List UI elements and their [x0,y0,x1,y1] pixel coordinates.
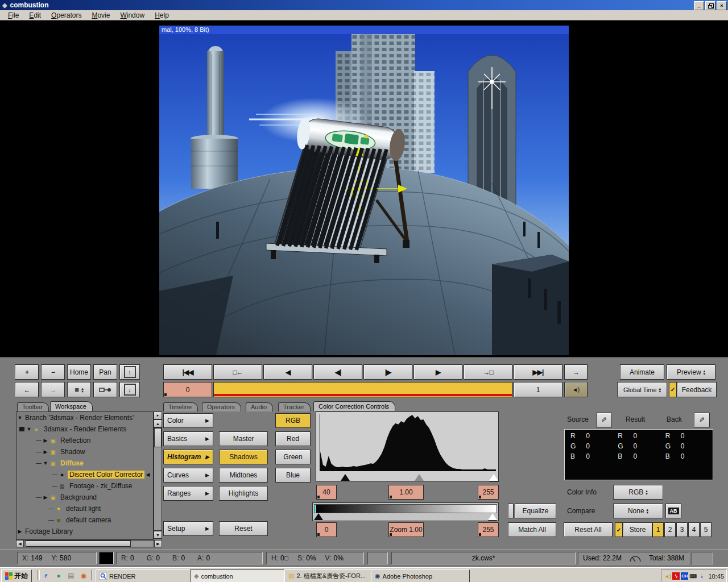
quicklaunch-ball-icon[interactable]: ● [53,571,64,580]
input-max-field[interactable]: 255 [478,485,499,500]
task-photoshop[interactable]: ◉ Adobe Photoshop [371,569,470,582]
output-min-field[interactable]: 0 [316,522,337,537]
highlight-input-marker[interactable] [489,474,498,481]
tree-item-shadow[interactable]: ▶ ▣ Shadow [36,446,153,458]
highlights-button[interactable]: Highlights [219,486,268,501]
media-player-icon[interactable]: ◉ [78,571,89,580]
tab-toolbar[interactable]: Toolbar [17,402,49,411]
midtones-button[interactable]: Midtones [219,468,268,483]
reset-button[interactable]: Reset [219,521,268,536]
tab-color-correction-controls[interactable]: Color Correction Controls [313,401,395,411]
scroll-right-button[interactable]: ▶ [154,540,162,547]
collapse-arrow-icon[interactable]: ▼ [26,426,32,432]
tree-vertical-scrollbar[interactable]: ▸ ▲ ▼ [154,411,162,539]
fit-view-button[interactable]: ■ ▴▾ [67,382,91,397]
animate-button[interactable]: Animate [620,364,664,380]
scroll-thumb[interactable] [26,541,131,547]
menu-help[interactable]: Help [150,11,173,20]
feedback-toggle[interactable]: ✓ Feedback [669,382,717,397]
output-max-marker[interactable] [488,513,497,520]
scroll-down-button[interactable]: ▼ [154,531,162,539]
ime-language-icon[interactable]: CH [681,572,688,580]
tab-audio[interactable]: Audio [246,402,273,411]
color-menu-button[interactable]: Color▶ [163,413,213,428]
schematic-button[interactable] [93,382,117,397]
tree-horizontal-scrollbar[interactable]: ◀ ▶ [16,540,162,547]
equalize-button[interactable]: Equalize [515,504,556,518]
equalize-option-button[interactable] [508,504,514,518]
setup-menu-button[interactable]: Setup▶ [163,521,213,536]
viewport[interactable]: mal, 100%, 8 Bit) [0,20,728,357]
close-button[interactable]: × [717,1,727,10]
play-mode-button[interactable]: → [564,364,588,380]
go-to-end-button[interactable]: ▶▶| [514,364,562,380]
master-button[interactable]: Master [219,431,268,446]
menu-file[interactable]: File [3,11,23,20]
mark-in-button[interactable]: □← [213,364,262,380]
color-info-dropdown[interactable]: RGB ▴▾ [613,485,663,500]
gamma-field[interactable]: 1.00 [388,485,424,500]
feedback-checkbox[interactable]: ✓ [669,382,677,397]
title-bar[interactable]: ◆ combustion _ × [0,0,728,10]
store-slot-4[interactable]: 4 [688,522,700,537]
source-eyedropper-button[interactable]: ✎ [596,413,612,427]
zoom-out-button[interactable]: − [41,364,65,380]
input-min-field[interactable]: 40 [316,485,337,500]
menu-edit[interactable]: Edit [24,11,46,20]
mark-out-button[interactable]: →□ [464,364,512,380]
curves-menu-button[interactable]: Curves▶ [163,468,213,483]
tree-item-background[interactable]: ▶ ▣ Background [36,492,153,503]
ab-compare-button[interactable]: AB [665,504,681,518]
quicklaunch-notes-icon[interactable]: ▤ [66,571,76,580]
tree-item-diffuse[interactable]: ▼ ▣ Diffuse [36,458,153,469]
scroll-left-button[interactable]: ◀ [16,540,24,547]
back-eyedropper-button[interactable]: ✎ [694,413,710,427]
menu-movie[interactable]: Movie [87,11,114,20]
home-button[interactable]: Home [67,364,91,380]
collapse-arrow-icon[interactable]: ▶ [42,449,49,455]
info-tray-icon[interactable]: i [698,572,705,580]
store-slot-2[interactable]: 2 [664,522,676,537]
pan-down-button[interactable]: ↓ [119,382,140,397]
step-forward-button[interactable]: |▶ [363,364,412,380]
shadow-input-marker[interactable] [341,474,350,481]
tree-item-color-corrector[interactable]: ● Discreet Color Corrector ◀ [52,469,153,480]
tree-item-reflection[interactable]: ▶ ▣ Reflection [36,435,153,446]
global-time-dropdown[interactable]: Global Time ▴▾ [617,382,667,397]
tree-item-footage-library[interactable]: ▶ Footage Library [16,526,153,537]
histogram-display[interactable] [316,411,499,482]
keyboard-icon[interactable]: ⌨ [689,572,697,580]
start-button[interactable]: 开始 [1,569,32,582]
preview-dropdown[interactable]: Preview ▴▾ [667,364,715,380]
panel-expander-button[interactable]: ▸ [154,411,162,419]
collapse-arrow-icon[interactable]: ▼ [16,415,23,421]
output-max-field[interactable]: 255 [478,522,499,537]
output-min-marker[interactable] [314,513,323,520]
channel-rgb-button[interactable]: RGB [275,413,311,428]
tree-item-3dsmax[interactable]: ▼ ≡ 3dsmax - Render Elements [19,423,153,435]
histogram-menu-button[interactable]: Histogram▶ [163,450,213,464]
tab-operators[interactable]: Operators [202,402,241,411]
basics-menu-button[interactable]: Basics▶ [163,431,213,446]
restore-button[interactable] [705,1,715,10]
play-reverse-button[interactable]: ◀ [263,364,312,380]
collapse-arrow-icon[interactable]: ▶ [42,438,49,443]
task-render[interactable]: RENDER [96,569,195,582]
menu-window[interactable]: Window [115,11,149,20]
timeline-slider[interactable] [213,382,512,397]
step-back-button[interactable]: ◀| [313,364,362,380]
store-slot-1[interactable]: 1 [652,522,664,537]
histogram-zoom-field[interactable]: Zoom 1.00 [388,522,424,537]
compare-dropdown[interactable]: None ▴▾ [613,504,663,518]
volume-icon[interactable]: ◄) [664,572,671,580]
scroll-up-button[interactable]: ▲ [154,419,162,427]
play-button[interactable]: ▶ [413,364,462,380]
history-back-button[interactable]: ← [15,382,39,397]
current-frame-field[interactable]: 0 [163,382,212,397]
tree-item-default-light[interactable]: ● default light [48,503,153,514]
tree-item-footage-diffuse[interactable]: ▦ Footage - zk_Diffuse [52,480,153,492]
audio-mute-button[interactable]: ◄) [564,382,588,397]
channel-red-button[interactable]: Red [275,431,311,446]
viewport-image[interactable]: mal, 100%, 8 Bit) [159,26,569,355]
match-all-button[interactable]: Match All [508,522,556,537]
